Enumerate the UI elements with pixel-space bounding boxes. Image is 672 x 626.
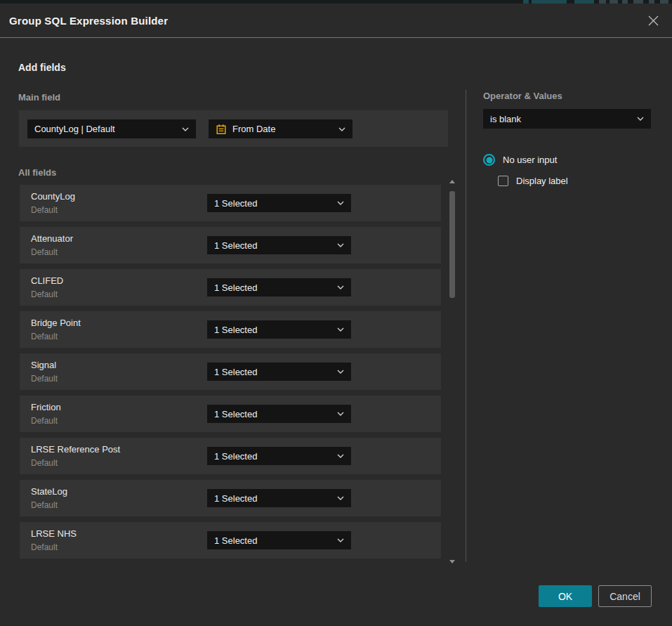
field-row-selection-dropdown[interactable]: 1 Selected [207, 489, 351, 507]
field-row: CLIFED Default 1 Selected [20, 269, 441, 306]
add-fields-heading: Add fields [18, 62, 66, 73]
field-row-name: Signal [31, 360, 56, 370]
field-row: CountyLog Default 1 Selected [20, 185, 441, 221]
chevron-down-icon [337, 454, 344, 458]
field-row-meta: Default [31, 247, 58, 257]
field-row-meta: Default [31, 542, 58, 552]
chevron-down-icon [637, 117, 644, 121]
scroll-up-icon[interactable] [449, 180, 455, 183]
field-row-selection-value: 1 Selected [214, 451, 257, 462]
display-label-checkbox[interactable]: Display label [498, 176, 568, 186]
field-row-name: LRSE Reference Post [31, 444, 120, 455]
all-fields-list: CountyLog Default 1 Selected Attenuator … [20, 185, 441, 564]
chevron-down-icon [182, 127, 189, 131]
field-row-name: CLIFED [31, 275, 63, 286]
scrollbar-thumb[interactable] [449, 191, 455, 298]
chevron-down-icon [337, 538, 344, 542]
chevron-down-icon [338, 127, 345, 131]
field-row-selection-dropdown[interactable]: 1 Selected [207, 405, 351, 423]
chevron-down-icon [337, 243, 344, 247]
chevron-down-icon [337, 370, 344, 374]
field-row-meta: Default [31, 205, 58, 215]
operator-dropdown[interactable]: is blank [483, 109, 651, 129]
field-row-selection-dropdown[interactable]: 1 Selected [207, 320, 351, 339]
field-row-name: Friction [31, 402, 61, 412]
main-field-field-dropdown[interactable]: From Date [209, 119, 353, 138]
field-row: Bridge Point Default 1 Selected [20, 311, 441, 348]
all-fields-label: All fields [18, 167, 56, 178]
chevron-down-icon [337, 285, 344, 289]
field-row-meta: Default [31, 332, 58, 341]
chevron-down-icon [337, 201, 344, 205]
field-row-meta: Default [31, 416, 58, 426]
field-row-selection-value: 1 Selected [214, 198, 257, 209]
scroll-down-icon[interactable] [449, 560, 455, 563]
field-row-selection-value: 1 Selected [214, 240, 257, 251]
field-row-selection-dropdown[interactable]: 1 Selected [207, 447, 351, 465]
radio-selected-icon [483, 154, 495, 166]
group-sql-expression-builder-dialog: Group SQL Expression Builder Add fields … [0, 4, 672, 626]
main-field-box: CountyLog | Default From Date [19, 110, 448, 147]
main-field-source-value: CountyLog | Default [34, 124, 115, 134]
ok-button[interactable]: OK [539, 585, 592, 607]
field-row-name: Bridge Point [31, 318, 81, 328]
chevron-down-icon [337, 496, 344, 500]
field-row-name: StateLog [31, 486, 67, 497]
field-row-selection-value: 1 Selected [214, 325, 257, 335]
main-field-source-dropdown[interactable]: CountyLog | Default [27, 119, 196, 138]
field-row-selection-value: 1 Selected [214, 493, 257, 504]
field-row-selection-value: 1 Selected [214, 367, 257, 377]
field-row-meta: Default [31, 374, 58, 384]
no-user-input-label: No user input [503, 155, 557, 165]
field-row: StateLog Default 1 Selected [20, 480, 441, 516]
close-icon [647, 15, 659, 27]
field-row-name: CountyLog [31, 191, 75, 202]
field-row-name: LRSE NHS [31, 528, 77, 539]
field-row: LRSE NHS Default 1 Selected [20, 522, 441, 559]
field-row-meta: Default [31, 458, 58, 468]
chevron-down-icon [337, 327, 344, 332]
field-row-selection-value: 1 Selected [214, 409, 257, 419]
field-row-meta: Default [31, 500, 58, 510]
calendar-date-icon [216, 124, 227, 135]
field-row: Friction Default 1 Selected [20, 396, 441, 432]
close-button[interactable] [645, 13, 661, 28]
field-row-meta: Default [31, 289, 58, 299]
main-field-field-value: From Date [232, 124, 275, 134]
main-field-label: Main field [18, 92, 60, 103]
checkbox-unchecked-icon [498, 176, 508, 186]
operator-value: is blank [490, 114, 521, 124]
chevron-down-icon [337, 412, 344, 416]
list-scrollbar[interactable] [449, 180, 456, 563]
field-row-selection-dropdown[interactable]: 1 Selected [207, 531, 351, 549]
field-row-selection-dropdown[interactable]: 1 Selected [207, 363, 351, 381]
field-row-selection-value: 1 Selected [214, 535, 257, 546]
field-row-selection-dropdown[interactable]: 1 Selected [207, 194, 351, 212]
operator-values-label: Operator & Values [483, 91, 562, 101]
field-row: LRSE Reference Post Default 1 Selected [20, 438, 441, 474]
field-row-selection-value: 1 Selected [214, 282, 257, 293]
dialog-title: Group SQL Expression Builder [9, 15, 168, 27]
field-row-selection-dropdown[interactable]: 1 Selected [207, 236, 351, 254]
dialog-titlebar: Group SQL Expression Builder [0, 4, 672, 38]
no-user-input-radio[interactable]: No user input [483, 154, 557, 166]
cancel-button[interactable]: Cancel [598, 585, 652, 607]
field-row: Signal Default 1 Selected [20, 353, 441, 390]
field-row-name: Attenuator [31, 233, 73, 244]
field-row-selection-dropdown[interactable]: 1 Selected [207, 278, 351, 296]
field-row: Attenuator Default 1 Selected [20, 227, 441, 263]
display-label-label: Display label [516, 176, 568, 186]
vertical-divider [466, 90, 466, 562]
